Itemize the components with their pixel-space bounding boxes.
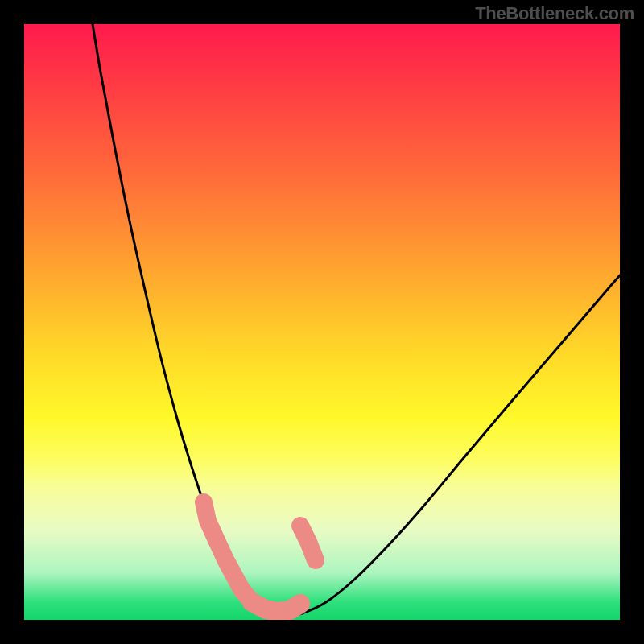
curve-marker-run: [300, 526, 316, 560]
curve-marker-run: [204, 502, 252, 602]
watermark-text: TheBottleneck.com: [475, 3, 634, 24]
chart-frame: TheBottleneck.com: [0, 0, 644, 644]
curve-marker-run: [252, 602, 300, 612]
curve-layer: [24, 24, 620, 620]
plot-area: [24, 24, 620, 620]
bottleneck-curve: [93, 24, 620, 616]
